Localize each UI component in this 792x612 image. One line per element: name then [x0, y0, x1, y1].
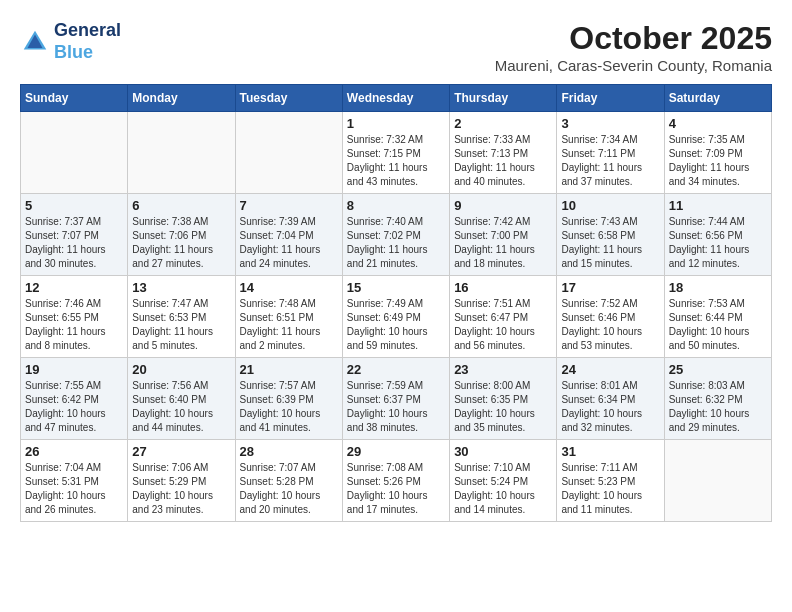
- day-number: 7: [240, 198, 338, 213]
- weekday-header: Saturday: [664, 85, 771, 112]
- calendar-cell: 3Sunrise: 7:34 AM Sunset: 7:11 PM Daylig…: [557, 112, 664, 194]
- day-info: Sunrise: 7:59 AM Sunset: 6:37 PM Dayligh…: [347, 379, 445, 435]
- calendar-cell: 8Sunrise: 7:40 AM Sunset: 7:02 PM Daylig…: [342, 194, 449, 276]
- calendar-cell: 10Sunrise: 7:43 AM Sunset: 6:58 PM Dayli…: [557, 194, 664, 276]
- logo: General Blue: [20, 20, 121, 63]
- day-number: 28: [240, 444, 338, 459]
- title-area: October 2025 Maureni, Caras-Severin Coun…: [495, 20, 772, 74]
- calendar-cell: 23Sunrise: 8:00 AM Sunset: 6:35 PM Dayli…: [450, 358, 557, 440]
- weekday-header: Monday: [128, 85, 235, 112]
- day-number: 6: [132, 198, 230, 213]
- calendar-cell: 5Sunrise: 7:37 AM Sunset: 7:07 PM Daylig…: [21, 194, 128, 276]
- weekday-header: Wednesday: [342, 85, 449, 112]
- header: General Blue October 2025 Maureni, Caras…: [20, 20, 772, 74]
- day-info: Sunrise: 7:56 AM Sunset: 6:40 PM Dayligh…: [132, 379, 230, 435]
- day-number: 20: [132, 362, 230, 377]
- calendar-cell: [664, 440, 771, 522]
- calendar-week-row: 5Sunrise: 7:37 AM Sunset: 7:07 PM Daylig…: [21, 194, 772, 276]
- calendar-cell: 20Sunrise: 7:56 AM Sunset: 6:40 PM Dayli…: [128, 358, 235, 440]
- calendar-week-row: 26Sunrise: 7:04 AM Sunset: 5:31 PM Dayli…: [21, 440, 772, 522]
- calendar-cell: 17Sunrise: 7:52 AM Sunset: 6:46 PM Dayli…: [557, 276, 664, 358]
- day-info: Sunrise: 7:06 AM Sunset: 5:29 PM Dayligh…: [132, 461, 230, 517]
- calendar: SundayMondayTuesdayWednesdayThursdayFrid…: [20, 84, 772, 522]
- day-info: Sunrise: 8:01 AM Sunset: 6:34 PM Dayligh…: [561, 379, 659, 435]
- day-info: Sunrise: 7:08 AM Sunset: 5:26 PM Dayligh…: [347, 461, 445, 517]
- month-title: October 2025: [495, 20, 772, 57]
- day-number: 21: [240, 362, 338, 377]
- calendar-cell: 19Sunrise: 7:55 AM Sunset: 6:42 PM Dayli…: [21, 358, 128, 440]
- calendar-cell: 13Sunrise: 7:47 AM Sunset: 6:53 PM Dayli…: [128, 276, 235, 358]
- calendar-cell: 31Sunrise: 7:11 AM Sunset: 5:23 PM Dayli…: [557, 440, 664, 522]
- day-number: 2: [454, 116, 552, 131]
- day-info: Sunrise: 7:32 AM Sunset: 7:15 PM Dayligh…: [347, 133, 445, 189]
- day-info: Sunrise: 7:40 AM Sunset: 7:02 PM Dayligh…: [347, 215, 445, 271]
- day-number: 1: [347, 116, 445, 131]
- day-number: 14: [240, 280, 338, 295]
- day-info: Sunrise: 7:38 AM Sunset: 7:06 PM Dayligh…: [132, 215, 230, 271]
- calendar-week-row: 1Sunrise: 7:32 AM Sunset: 7:15 PM Daylig…: [21, 112, 772, 194]
- day-number: 18: [669, 280, 767, 295]
- calendar-cell: 16Sunrise: 7:51 AM Sunset: 6:47 PM Dayli…: [450, 276, 557, 358]
- calendar-cell: [128, 112, 235, 194]
- calendar-cell: 15Sunrise: 7:49 AM Sunset: 6:49 PM Dayli…: [342, 276, 449, 358]
- day-number: 3: [561, 116, 659, 131]
- day-number: 15: [347, 280, 445, 295]
- day-number: 13: [132, 280, 230, 295]
- calendar-cell: 6Sunrise: 7:38 AM Sunset: 7:06 PM Daylig…: [128, 194, 235, 276]
- day-info: Sunrise: 7:42 AM Sunset: 7:00 PM Dayligh…: [454, 215, 552, 271]
- day-number: 31: [561, 444, 659, 459]
- calendar-cell: 11Sunrise: 7:44 AM Sunset: 6:56 PM Dayli…: [664, 194, 771, 276]
- calendar-cell: [235, 112, 342, 194]
- day-info: Sunrise: 7:49 AM Sunset: 6:49 PM Dayligh…: [347, 297, 445, 353]
- logo-line2: Blue: [54, 42, 93, 62]
- day-info: Sunrise: 7:35 AM Sunset: 7:09 PM Dayligh…: [669, 133, 767, 189]
- day-info: Sunrise: 7:04 AM Sunset: 5:31 PM Dayligh…: [25, 461, 123, 517]
- logo-icon: [20, 27, 50, 57]
- calendar-cell: 30Sunrise: 7:10 AM Sunset: 5:24 PM Dayli…: [450, 440, 557, 522]
- day-info: Sunrise: 7:37 AM Sunset: 7:07 PM Dayligh…: [25, 215, 123, 271]
- day-number: 27: [132, 444, 230, 459]
- calendar-cell: 4Sunrise: 7:35 AM Sunset: 7:09 PM Daylig…: [664, 112, 771, 194]
- day-number: 4: [669, 116, 767, 131]
- calendar-week-row: 12Sunrise: 7:46 AM Sunset: 6:55 PM Dayli…: [21, 276, 772, 358]
- day-number: 10: [561, 198, 659, 213]
- day-info: Sunrise: 7:10 AM Sunset: 5:24 PM Dayligh…: [454, 461, 552, 517]
- day-number: 11: [669, 198, 767, 213]
- day-number: 23: [454, 362, 552, 377]
- day-info: Sunrise: 7:48 AM Sunset: 6:51 PM Dayligh…: [240, 297, 338, 353]
- weekday-header: Friday: [557, 85, 664, 112]
- day-info: Sunrise: 7:52 AM Sunset: 6:46 PM Dayligh…: [561, 297, 659, 353]
- calendar-cell: 21Sunrise: 7:57 AM Sunset: 6:39 PM Dayli…: [235, 358, 342, 440]
- day-number: 19: [25, 362, 123, 377]
- calendar-cell: 29Sunrise: 7:08 AM Sunset: 5:26 PM Dayli…: [342, 440, 449, 522]
- day-info: Sunrise: 7:53 AM Sunset: 6:44 PM Dayligh…: [669, 297, 767, 353]
- day-number: 26: [25, 444, 123, 459]
- calendar-cell: 25Sunrise: 8:03 AM Sunset: 6:32 PM Dayli…: [664, 358, 771, 440]
- calendar-cell: [21, 112, 128, 194]
- day-number: 29: [347, 444, 445, 459]
- calendar-cell: 28Sunrise: 7:07 AM Sunset: 5:28 PM Dayli…: [235, 440, 342, 522]
- day-number: 9: [454, 198, 552, 213]
- day-number: 16: [454, 280, 552, 295]
- day-info: Sunrise: 7:44 AM Sunset: 6:56 PM Dayligh…: [669, 215, 767, 271]
- calendar-cell: 9Sunrise: 7:42 AM Sunset: 7:00 PM Daylig…: [450, 194, 557, 276]
- day-info: Sunrise: 7:46 AM Sunset: 6:55 PM Dayligh…: [25, 297, 123, 353]
- day-info: Sunrise: 7:47 AM Sunset: 6:53 PM Dayligh…: [132, 297, 230, 353]
- day-info: Sunrise: 8:03 AM Sunset: 6:32 PM Dayligh…: [669, 379, 767, 435]
- calendar-cell: 12Sunrise: 7:46 AM Sunset: 6:55 PM Dayli…: [21, 276, 128, 358]
- calendar-week-row: 19Sunrise: 7:55 AM Sunset: 6:42 PM Dayli…: [21, 358, 772, 440]
- weekday-header: Sunday: [21, 85, 128, 112]
- calendar-cell: 24Sunrise: 8:01 AM Sunset: 6:34 PM Dayli…: [557, 358, 664, 440]
- day-info: Sunrise: 7:39 AM Sunset: 7:04 PM Dayligh…: [240, 215, 338, 271]
- weekday-header: Thursday: [450, 85, 557, 112]
- day-info: Sunrise: 8:00 AM Sunset: 6:35 PM Dayligh…: [454, 379, 552, 435]
- day-number: 24: [561, 362, 659, 377]
- day-info: Sunrise: 7:07 AM Sunset: 5:28 PM Dayligh…: [240, 461, 338, 517]
- calendar-cell: 26Sunrise: 7:04 AM Sunset: 5:31 PM Dayli…: [21, 440, 128, 522]
- day-info: Sunrise: 7:34 AM Sunset: 7:11 PM Dayligh…: [561, 133, 659, 189]
- day-info: Sunrise: 7:43 AM Sunset: 6:58 PM Dayligh…: [561, 215, 659, 271]
- calendar-cell: 2Sunrise: 7:33 AM Sunset: 7:13 PM Daylig…: [450, 112, 557, 194]
- day-info: Sunrise: 7:55 AM Sunset: 6:42 PM Dayligh…: [25, 379, 123, 435]
- logo-text: General Blue: [54, 20, 121, 63]
- day-info: Sunrise: 7:11 AM Sunset: 5:23 PM Dayligh…: [561, 461, 659, 517]
